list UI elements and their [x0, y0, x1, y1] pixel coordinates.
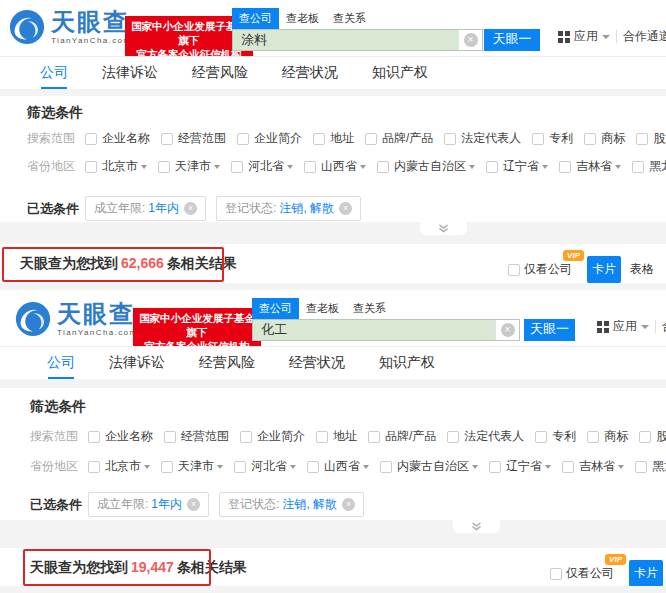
- search-tab-boss[interactable]: 查老板: [279, 8, 326, 29]
- province-item-heilongjiang[interactable]: 黑龙江省: [635, 458, 666, 475]
- search-input[interactable]: [233, 30, 458, 50]
- checkbox: [584, 133, 596, 145]
- tab-operation-risk[interactable]: 经营风险: [192, 57, 248, 89]
- province-item-neimenggu[interactable]: 内蒙古自治区: [380, 458, 478, 475]
- checkbox: [532, 133, 544, 145]
- province-item-tianjin[interactable]: 天津市: [161, 458, 223, 475]
- search-tab-boss[interactable]: 查老板: [299, 298, 346, 319]
- table-view-button[interactable]: 表格: [628, 256, 656, 283]
- scope-item-company-name[interactable]: 企业名称: [88, 428, 153, 445]
- remove-tag-icon[interactable]: ×: [339, 202, 352, 215]
- partner-menu[interactable]: 合作通道: [623, 28, 666, 45]
- tab-operation-risk[interactable]: 经营风险: [199, 347, 255, 379]
- search-tab-company[interactable]: 查公司: [252, 298, 299, 319]
- selected-label: 已选条件: [30, 496, 88, 514]
- tab-operation-status[interactable]: 经营状况: [282, 57, 338, 89]
- remove-tag-icon[interactable]: ×: [187, 498, 200, 511]
- remove-tag-icon[interactable]: ×: [184, 202, 197, 215]
- only-company-checkbox[interactable]: 仅看公司 VIP: [550, 565, 614, 582]
- clear-search-button[interactable]: ×: [495, 320, 519, 340]
- scope-item-business-scope[interactable]: 经营范围: [164, 428, 229, 445]
- scope-item-trademark[interactable]: 商标: [587, 428, 628, 445]
- tab-intellectual-property[interactable]: 知识产权: [379, 347, 435, 379]
- card-view-button[interactable]: 卡片: [629, 560, 663, 587]
- province-item-beijing[interactable]: 北京市: [85, 158, 147, 175]
- clear-search-button[interactable]: ×: [458, 30, 482, 50]
- scope-item-company-intro[interactable]: 企业简介: [240, 428, 305, 445]
- checkbox: [447, 431, 459, 443]
- selected-conditions-row: 已选条件 成立年限: 1年内 × 登记状态: 注销, 解散 ×: [30, 492, 666, 517]
- search-tab-relation[interactable]: 查关系: [326, 8, 373, 29]
- apps-grid-icon: [597, 321, 609, 333]
- province-item-beijing[interactable]: 北京市: [88, 458, 150, 475]
- province-item-liaoning[interactable]: 辽宁省: [489, 458, 551, 475]
- tianyancha-logo-icon: [8, 8, 46, 46]
- scope-item-address[interactable]: 地址: [316, 428, 357, 445]
- clear-icon: ×: [501, 323, 515, 337]
- checkbox: [240, 431, 252, 443]
- province-item-shanxi[interactable]: 山西省: [304, 158, 366, 175]
- only-company-checkbox[interactable]: 仅看公司 VIP: [508, 261, 572, 278]
- scope-item-label: 法定代表人: [461, 130, 521, 147]
- province-item-hebei[interactable]: 河北省: [231, 158, 293, 175]
- province-item-neimenggu[interactable]: 内蒙古自治区: [377, 158, 475, 175]
- tab-intellectual-property[interactable]: 知识产权: [372, 57, 428, 89]
- province-item-jilin[interactable]: 吉林省: [562, 458, 624, 475]
- scope-item-company-name[interactable]: 企业名称: [85, 130, 150, 147]
- checkbox: [161, 133, 173, 145]
- tab-company[interactable]: 公司: [40, 57, 68, 89]
- card-view-button[interactable]: 卡片: [587, 256, 621, 283]
- tag-value: 1年内: [151, 496, 182, 513]
- checkbox: [489, 461, 501, 473]
- scope-item-legal-rep[interactable]: 法定代表人: [447, 428, 524, 445]
- filter-panel: 筛选条件 搜索范围 企业名称 经营范围 企业简介 地址 品牌/产品 法定代表人 …: [0, 388, 666, 520]
- partner-menu[interactable]: 合作通道: [662, 318, 666, 335]
- brand-domain: TianYanCha.com: [57, 328, 138, 337]
- collapse-filter-button[interactable]: [420, 222, 467, 235]
- province-item-hebei[interactable]: 河北省: [234, 458, 296, 475]
- scope-item-label: 地址: [330, 130, 354, 147]
- apps-menu[interactable]: 应用: [574, 28, 598, 45]
- province-item-tianjin[interactable]: 天津市: [158, 158, 220, 175]
- scope-item-shareholder[interactable]: 股东: [639, 428, 666, 445]
- tag-label: 成立年限:: [97, 496, 148, 513]
- province-item-label: 山西省: [321, 158, 357, 175]
- province-item-shanxi[interactable]: 山西省: [307, 458, 369, 475]
- scope-item-patent[interactable]: 专利: [535, 428, 576, 445]
- logo[interactable]: 天眼查 TianYanCha.com: [8, 8, 132, 46]
- logo-text: 天眼查 TianYanCha.com: [57, 301, 138, 337]
- search-tab-relation[interactable]: 查关系: [346, 298, 393, 319]
- tab-lawsuit[interactable]: 法律诉讼: [102, 57, 158, 89]
- scope-item-patent[interactable]: 专利: [532, 130, 573, 147]
- scope-item-brand-product[interactable]: 品牌/产品: [368, 428, 436, 445]
- tab-company[interactable]: 公司: [47, 347, 75, 379]
- clear-icon: ×: [464, 33, 478, 47]
- search-button[interactable]: 天眼一下: [524, 319, 575, 341]
- search-button[interactable]: 天眼一下: [484, 29, 540, 51]
- caret-down-icon: [615, 165, 621, 169]
- province-item-liaoning[interactable]: 辽宁省: [486, 158, 548, 175]
- logo[interactable]: 天眼查 TianYanCha.com: [14, 300, 138, 338]
- province-item-heilongjiang[interactable]: 黑龙江省: [632, 158, 666, 175]
- scope-item-brand-product[interactable]: 品牌/产品: [365, 130, 433, 147]
- scope-item-shareholder[interactable]: 股东: [636, 130, 666, 147]
- search-area: 查公司 查老板 查关系 × 天眼一下: [252, 298, 575, 341]
- search-input[interactable]: [253, 320, 495, 340]
- scope-item-business-scope[interactable]: 经营范围: [161, 130, 226, 147]
- collapse-filter-button[interactable]: [453, 520, 500, 533]
- scope-item-legal-rep[interactable]: 法定代表人: [444, 130, 521, 147]
- scope-item-address[interactable]: 地址: [313, 130, 354, 147]
- results-controls: 仅看公司 VIP 卡片 表格: [508, 256, 656, 283]
- filter-tag-reg-status: 登记状态: 注销, 解散 ×: [219, 492, 364, 517]
- scope-item-trademark[interactable]: 商标: [584, 130, 625, 147]
- nav-tabs: 公司 法律诉讼 经营风险 经营状况 知识产权: [0, 346, 666, 380]
- scope-item-company-intro[interactable]: 企业简介: [237, 130, 302, 147]
- scope-item-label: 股东: [653, 130, 666, 147]
- results-controls: 仅看公司 VIP 卡片: [550, 560, 663, 587]
- tab-lawsuit[interactable]: 法律诉讼: [109, 347, 165, 379]
- remove-tag-icon[interactable]: ×: [342, 498, 355, 511]
- apps-menu[interactable]: 应用: [613, 318, 637, 335]
- tab-operation-status[interactable]: 经营状况: [289, 347, 345, 379]
- province-item-jilin[interactable]: 吉林省: [559, 158, 621, 175]
- search-tab-company[interactable]: 查公司: [232, 8, 279, 29]
